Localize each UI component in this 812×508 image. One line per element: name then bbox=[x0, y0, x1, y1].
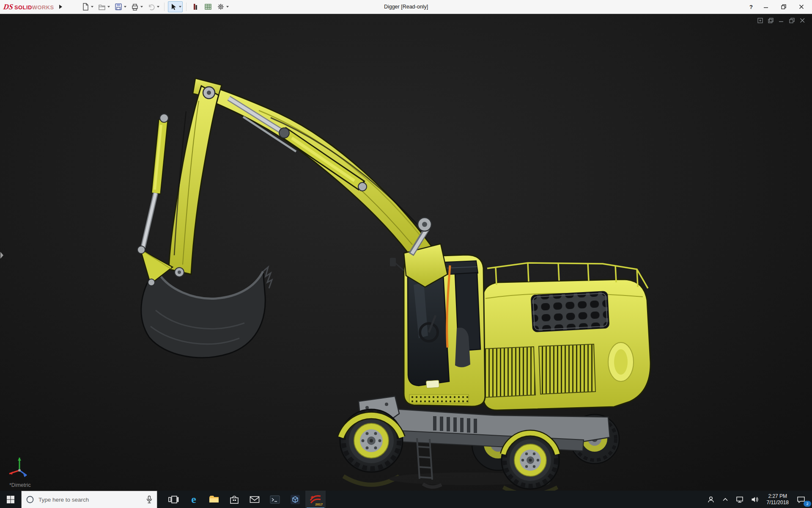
close-button[interactable] bbox=[797, 2, 806, 11]
brand-works: WORKS bbox=[32, 4, 54, 11]
design-table-icon bbox=[204, 3, 212, 11]
graphics-viewport[interactable]: *Dimetric bbox=[0, 14, 812, 491]
solidworks-2017-button[interactable]: 2017 bbox=[305, 491, 326, 508]
mail-envelope-icon bbox=[249, 494, 260, 505]
minimize-icon bbox=[779, 18, 784, 23]
options-button[interactable] bbox=[215, 1, 230, 12]
excavator-model[interactable] bbox=[0, 14, 812, 491]
document-title: Digger [Read-only] bbox=[384, 4, 428, 10]
show-hidden-icons-button[interactable] bbox=[719, 491, 732, 508]
task-view-icon bbox=[168, 494, 179, 505]
edge-icon: e bbox=[191, 494, 196, 505]
save-button[interactable] bbox=[113, 1, 128, 12]
close-icon bbox=[800, 18, 805, 23]
windshield bbox=[408, 274, 449, 386]
search-input[interactable] bbox=[38, 496, 142, 503]
terminal-icon bbox=[269, 494, 280, 505]
new-document-icon bbox=[81, 3, 90, 11]
dassault-systemes-logo-icon: DS bbox=[3, 3, 14, 11]
chevron-up-icon bbox=[722, 497, 728, 502]
close-icon bbox=[799, 4, 804, 9]
undo-button[interactable] bbox=[146, 1, 161, 12]
print-icon bbox=[131, 3, 139, 11]
headlight bbox=[426, 380, 439, 388]
side-louver-panel bbox=[539, 344, 595, 394]
boom-arm bbox=[143, 78, 447, 287]
3d-cube-icon bbox=[290, 494, 301, 505]
new-window-icon bbox=[757, 18, 763, 23]
select-tool-button[interactable] bbox=[168, 1, 183, 12]
dropdown-caret-icon bbox=[124, 6, 126, 8]
network-button[interactable] bbox=[732, 491, 747, 508]
cortana-icon bbox=[26, 495, 34, 504]
wheel-front-right bbox=[502, 431, 559, 489]
dropdown-caret-icon bbox=[91, 6, 93, 8]
brand-solid: SOLID bbox=[14, 4, 32, 11]
windows-logo-icon bbox=[6, 495, 15, 504]
gear-icon bbox=[217, 3, 225, 11]
system-tray: 2:27 PM 7/11/2018 2 bbox=[703, 491, 812, 508]
people-button[interactable] bbox=[703, 491, 719, 508]
bucket bbox=[141, 267, 272, 358]
new-window-button[interactable] bbox=[757, 17, 763, 25]
menu-flyout-arrow[interactable] bbox=[59, 5, 62, 9]
notification-badge: 2 bbox=[804, 501, 811, 507]
store-button[interactable] bbox=[224, 491, 244, 508]
minimize-button[interactable] bbox=[761, 2, 771, 11]
store-bag-icon bbox=[229, 494, 240, 505]
minimize-icon bbox=[763, 4, 768, 9]
restore-button[interactable] bbox=[779, 2, 788, 11]
action-center-button[interactable]: 2 bbox=[793, 491, 812, 508]
view-orientation-label: *Dimetric bbox=[9, 482, 31, 488]
toolbar-separator bbox=[186, 3, 187, 11]
restore-icon bbox=[789, 18, 795, 23]
speaker-icon bbox=[751, 496, 759, 503]
document-window-controls bbox=[757, 17, 805, 25]
doc-minimize-button[interactable] bbox=[779, 17, 784, 25]
select-cursor-icon bbox=[169, 3, 178, 11]
restore-icon bbox=[781, 4, 786, 9]
taskbar-clock[interactable]: 2:27 PM 7/11/2018 bbox=[763, 493, 793, 506]
dipper-arm bbox=[169, 86, 219, 274]
dropdown-caret-icon bbox=[157, 6, 159, 8]
save-icon bbox=[114, 3, 123, 11]
edge-button[interactable]: e bbox=[184, 491, 204, 508]
dropdown-caret-icon bbox=[226, 6, 229, 8]
volume-button[interactable] bbox=[747, 491, 763, 508]
task-view-button[interactable] bbox=[163, 491, 184, 508]
quick-access-toolbar bbox=[80, 1, 230, 12]
window-controls: ? bbox=[749, 2, 806, 11]
taskbar-apps: e 2017 bbox=[163, 491, 326, 508]
xpress-tools-icon bbox=[191, 3, 200, 11]
open-button[interactable] bbox=[96, 1, 111, 12]
new-document-button[interactable] bbox=[80, 1, 95, 12]
dropdown-caret-icon bbox=[179, 6, 181, 8]
clock-date: 7/11/2018 bbox=[767, 500, 789, 506]
model-viewer-button[interactable] bbox=[285, 491, 305, 508]
design-table-button[interactable] bbox=[203, 1, 214, 12]
print-button[interactable] bbox=[129, 1, 144, 12]
cascade-button[interactable] bbox=[768, 17, 774, 25]
solidworks-xpress-button[interactable] bbox=[190, 1, 201, 12]
terminal-button[interactable] bbox=[265, 491, 285, 508]
help-button[interactable]: ? bbox=[749, 4, 753, 10]
open-folder-icon bbox=[98, 3, 106, 11]
solidworks-year-label: 2017 bbox=[315, 502, 323, 506]
mirror bbox=[390, 258, 396, 266]
start-button[interactable] bbox=[0, 491, 21, 508]
file-explorer-button[interactable] bbox=[204, 491, 224, 508]
person-icon bbox=[707, 496, 715, 503]
microphone-icon[interactable] bbox=[146, 495, 153, 504]
orientation-triad-icon bbox=[9, 458, 27, 477]
mail-button[interactable] bbox=[244, 491, 265, 508]
dropdown-caret-icon bbox=[140, 6, 143, 8]
dropdown-caret-icon bbox=[107, 6, 110, 8]
taskbar-search[interactable] bbox=[21, 491, 157, 508]
doc-restore-button[interactable] bbox=[789, 17, 795, 25]
solidworks-application-window: { "titlebar": { "brand": { "ds": "DS", "… bbox=[0, 0, 812, 508]
wheel-front-left bbox=[340, 409, 403, 472]
app-logo: DS SOLIDWORKS bbox=[3, 3, 54, 11]
panel-flyout-arrow[interactable] bbox=[0, 252, 3, 259]
doc-close-button[interactable] bbox=[800, 17, 805, 25]
engine-housing bbox=[471, 263, 650, 410]
